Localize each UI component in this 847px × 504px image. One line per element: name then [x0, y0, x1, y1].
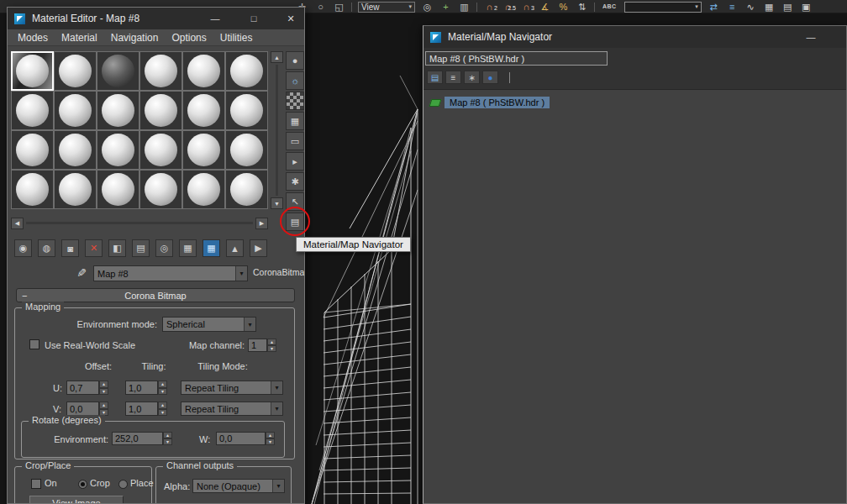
sample-slot[interactable] — [11, 170, 54, 209]
w-spinner[interactable]: 0,0▴▾ — [216, 432, 275, 445]
sample-slot[interactable] — [139, 130, 182, 170]
angle-snap-icon[interactable]: ∡ — [539, 1, 551, 13]
sample-slot[interactable] — [54, 91, 97, 130]
sample-slot[interactable] — [11, 91, 54, 130]
sample-slot[interactable] — [225, 170, 268, 209]
get-material-icon[interactable]: ◉ — [14, 239, 32, 257]
alpha-dropdown[interactable]: None (Opaque) ▾ — [192, 479, 285, 493]
spinner-arrows[interactable]: ▴▾ — [158, 381, 167, 395]
put-to-library-icon[interactable]: ▤ — [132, 239, 150, 257]
schematic-view-icon[interactable]: ▦ — [763, 1, 776, 13]
use-pivot-center-icon[interactable]: ◎ — [421, 1, 434, 13]
make-material-copy-icon[interactable]: ◧ — [108, 239, 126, 257]
sample-slot[interactable] — [225, 51, 268, 91]
sample-slot[interactable] — [139, 170, 182, 209]
options-icon[interactable]: ✱ — [286, 172, 304, 191]
rollout-header[interactable]: − Corona Bitmap — [16, 288, 295, 302]
background-icon[interactable] — [286, 92, 304, 110]
assign-material-to-selection-icon[interactable]: ◙ — [61, 239, 79, 257]
spinner-arrows[interactable]: ▴▾ — [267, 339, 276, 352]
navigator-path-field[interactable]: Map #8 ( PhStBW.hdr ) — [425, 51, 608, 66]
go-forward-to-sibling-icon[interactable]: ▶ — [250, 239, 267, 257]
sample-slot[interactable] — [54, 170, 97, 209]
view-list-icon[interactable]: ▤ — [427, 71, 443, 84]
u-offset-spinner[interactable]: 0,7▴▾ — [66, 381, 108, 395]
environment-mode-dropdown[interactable]: Spherical ▾ — [162, 317, 256, 332]
minimize-button[interactable]: — — [802, 29, 820, 45]
menu-material[interactable]: Material — [61, 32, 97, 44]
view-small-icons-icon[interactable]: ∗ — [464, 71, 480, 84]
sample-slot[interactable] — [97, 51, 139, 91]
put-material-to-scene-icon[interactable]: ◍ — [38, 239, 55, 257]
u-tiling-spinner[interactable]: 1,0▴▾ — [125, 381, 167, 395]
scroll-down-icon[interactable]: ▼ — [271, 197, 283, 209]
layer-explorer-icon[interactable]: ▣ — [800, 1, 813, 13]
chevron-down-icon[interactable]: ▾ — [272, 480, 284, 492]
place-radio[interactable] — [118, 480, 128, 489]
navigator-titlebar[interactable]: Material/Map Navigator — — [424, 26, 846, 48]
map-type-button[interactable]: CoronaBitmap — [253, 267, 303, 277]
sample-slot[interactable] — [11, 51, 54, 91]
spinner-arrows[interactable]: ▴▾ — [99, 402, 108, 416]
material-editor-titlebar[interactable]: Material Editor - Map #8 — □ ✕ — [8, 8, 304, 29]
show-shaded-material-icon[interactable]: ▦ — [203, 239, 220, 257]
menu-modes[interactable]: Modes — [18, 32, 48, 44]
v-offset-spinner[interactable]: 0,0▴▾ — [66, 402, 108, 416]
scene-explorer-icon[interactable]: ▤ — [781, 1, 794, 13]
crop-radio[interactable] — [78, 480, 87, 489]
sample-uv-tiling-icon[interactable]: ▦ — [286, 112, 304, 130]
sample-slot[interactable] — [182, 130, 225, 170]
spinner-snap-icon[interactable]: ⇅ — [576, 1, 588, 13]
scroll-right-icon[interactable]: ▶ — [255, 218, 268, 229]
sample-slot[interactable] — [182, 51, 225, 91]
crop-on-checkbox[interactable] — [31, 479, 41, 489]
scroll-left-icon[interactable]: ◀ — [11, 218, 24, 229]
named-selection-combo[interactable]: ▾ — [624, 2, 702, 13]
sample-slot[interactable] — [139, 51, 182, 91]
maximize-button[interactable]: □ — [245, 11, 263, 26]
go-to-parent-icon[interactable]: ▲ — [226, 239, 244, 257]
tree-item-map8[interactable]: Map #8 ( PhStBW.hdr ) — [430, 97, 550, 108]
sample-slot[interactable] — [97, 130, 139, 170]
chevron-down-icon[interactable]: ▾ — [271, 402, 282, 415]
v-tiling-mode-dropdown[interactable]: Repeat Tiling ▾ — [181, 402, 283, 416]
vertical-scroll-track[interactable] — [276, 65, 278, 196]
select-and-manipulate-icon[interactable]: + — [439, 1, 452, 13]
view-list-plus-icons-icon[interactable]: ≡ — [445, 71, 461, 84]
sample-slot[interactable] — [139, 91, 182, 130]
minimize-button[interactable]: — — [206, 11, 224, 26]
view-large-icons-icon[interactable]: ● — [482, 71, 498, 84]
generate-preview-icon[interactable]: ▸ — [286, 152, 304, 171]
sample-slot[interactable] — [54, 130, 97, 170]
reference-coordinate-dropdown[interactable]: View▾ — [358, 2, 415, 13]
sample-slot[interactable] — [225, 91, 268, 130]
use-real-world-scale-checkbox[interactable] — [29, 339, 39, 349]
sample-type-icon[interactable]: ● — [286, 51, 304, 70]
spinner-arrows[interactable]: ▴▾ — [99, 381, 108, 395]
sample-slot[interactable] — [97, 170, 139, 209]
chevron-down-icon[interactable]: ▾ — [271, 381, 282, 394]
backlight-icon[interactable]: ☼ — [286, 71, 304, 90]
map-channel-spinner[interactable]: 1▴▾ — [248, 339, 276, 352]
reset-map-icon[interactable]: ✕ — [85, 239, 103, 257]
menu-navigation[interactable]: Navigation — [111, 32, 159, 44]
u-tiling-mode-dropdown[interactable]: Repeat Tiling ▾ — [181, 381, 283, 395]
close-button[interactable]: ✕ — [281, 11, 300, 26]
video-color-check-icon[interactable]: ▭ — [286, 132, 304, 150]
sample-slot[interactable] — [97, 91, 139, 130]
sample-slot[interactable] — [11, 130, 54, 170]
percent-snap-icon[interactable]: % — [557, 1, 570, 13]
chevron-down-icon[interactable]: ▾ — [235, 266, 247, 281]
menu-options[interactable]: Options — [171, 32, 206, 44]
spinner-arrows[interactable]: ▴▾ — [163, 432, 172, 445]
rotate-environment-spinner[interactable]: 252,0▴▾ — [112, 432, 172, 445]
spinner-arrows[interactable]: ▴▾ — [266, 432, 275, 445]
select-and-rotate-icon[interactable]: ○ — [314, 1, 327, 13]
view-image-button[interactable]: View Image — [29, 496, 124, 504]
sample-slot[interactable] — [182, 170, 225, 209]
snap-toggle-3d-icon[interactable]: ∩3 — [520, 1, 533, 13]
sample-slot[interactable] — [54, 51, 97, 91]
named-selection-sets-icon[interactable]: ABC — [601, 1, 618, 13]
chevron-down-icon[interactable]: ▾ — [244, 318, 255, 331]
keyboard-override-icon[interactable]: ▥ — [458, 1, 471, 13]
